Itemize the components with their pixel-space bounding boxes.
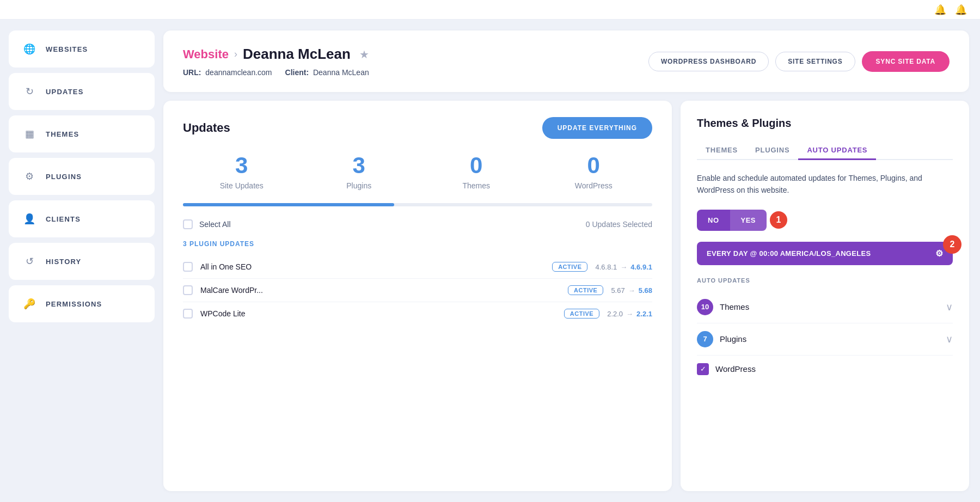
- bell-icon[interactable]: 🔔: [934, 4, 946, 16]
- auto-updates-section-label: AUTO UPDATES: [697, 277, 953, 284]
- history-icon: ↺: [22, 254, 37, 269]
- plugin-checkbox-1[interactable]: [183, 262, 193, 272]
- updates-icon: ↻: [22, 84, 37, 99]
- stat-site-updates: 3 Site Updates: [183, 154, 301, 190]
- tab-plugins[interactable]: PLUGINS: [746, 142, 798, 160]
- breadcrumb-arrow: ›: [234, 48, 237, 60]
- panels: Updates UPDATE EVERYTHING 3 Site Updates…: [163, 101, 969, 491]
- select-all-left: Select All: [183, 219, 231, 229]
- sidebar-label-updates: UPDATES: [46, 88, 84, 96]
- sidebar-item-updates[interactable]: ↻ UPDATES: [9, 73, 155, 110]
- stat-number-themes: 0: [418, 154, 535, 177]
- sidebar-item-clients[interactable]: 👤 CLIENTS: [9, 200, 155, 237]
- wordpress-label: WordPress: [715, 364, 756, 374]
- top-bar: 🔔 🔔: [0, 0, 980, 20]
- version-from-3: 2.2.0: [607, 310, 623, 318]
- header-left: Website › Deanna McLean ★ URL: deannamcl…: [183, 46, 369, 77]
- plugin-updates-section-label: 3 PLUGIN UPDATES: [183, 240, 652, 248]
- notification-icon[interactable]: 🔔: [955, 4, 967, 16]
- sync-site-data-button[interactable]: SYNC SITE DATA: [862, 51, 950, 72]
- version-to-1: 4.6.9.1: [630, 263, 652, 271]
- gear-icon[interactable]: ⚙: [935, 248, 943, 259]
- tab-themes[interactable]: THEMES: [697, 142, 746, 160]
- url-label: URL: deannamclean.com: [183, 68, 272, 77]
- toggle-yes-button[interactable]: YES: [730, 210, 767, 231]
- auto-item-themes-left: 10 Themes: [697, 299, 749, 315]
- client-value: Deanna McLean: [313, 68, 369, 77]
- updates-title: Updates: [183, 121, 230, 135]
- plugin-name-3: WPCode Lite: [200, 309, 556, 318]
- sidebar-label-history: HISTORY: [46, 258, 81, 266]
- stat-label-plugins: Plugins: [301, 181, 418, 190]
- sidebar-item-themes[interactable]: ▦ THEMES: [9, 115, 155, 152]
- stat-plugins: 3 Plugins: [301, 154, 418, 190]
- plugin-status-3: ACTIVE: [564, 309, 599, 319]
- select-all-text[interactable]: Select All: [199, 220, 231, 229]
- site-name: Deanna McLean: [243, 46, 351, 63]
- themes-count-badge: 10: [697, 299, 713, 315]
- arrow-right-icon-1: →: [620, 263, 627, 271]
- schedule-text: EVERY DAY @ 00:00 AMERICA/LOS_ANGELES: [707, 249, 871, 258]
- stat-label-wordpress: WordPress: [535, 181, 653, 190]
- plugin-checkbox-2[interactable]: [183, 285, 193, 295]
- plugin-checkbox-3[interactable]: [183, 309, 193, 319]
- plugins-count-badge: 7: [697, 331, 713, 347]
- url-value: deannamclean.com: [205, 68, 272, 77]
- auto-item-plugins: 7 Plugins ∨: [697, 323, 953, 356]
- top-bar-icons: 🔔 🔔: [934, 4, 967, 16]
- plugin-status-2: ACTIVE: [568, 285, 603, 295]
- updates-selected: 0 Updates Selected: [586, 220, 652, 229]
- auto-item-plugins-name: Plugins: [720, 334, 746, 344]
- wordpress-dashboard-button[interactable]: WORDPRESS DASHBOARD: [648, 52, 769, 71]
- sidebar-item-websites[interactable]: 🌐 WEBSITES: [9, 30, 155, 68]
- plugin-row: All in One SEO ACTIVE 4.6.8.1 → 4.6.9.1: [183, 255, 652, 279]
- toggle-row: NO YES 1: [697, 210, 953, 231]
- step-badge-2: 2: [943, 235, 961, 254]
- breadcrumb-website[interactable]: Website: [183, 47, 229, 62]
- plugin-version-3: 2.2.0 → 2.2.1: [607, 310, 652, 318]
- sidebar-label-plugins: PLUGINS: [46, 173, 82, 181]
- version-from-2: 5.67: [611, 286, 624, 295]
- progress-bar: [183, 203, 652, 206]
- clients-icon: 👤: [22, 211, 37, 226]
- header-meta: URL: deannamclean.com Client: Deanna McL…: [183, 68, 369, 77]
- permissions-icon: 🔑: [22, 296, 37, 311]
- step-badge-1: 1: [770, 211, 787, 229]
- stat-number-plugins: 3: [301, 154, 418, 177]
- main-content: Website › Deanna McLean ★ URL: deannamcl…: [163, 20, 980, 502]
- chevron-down-icon-themes[interactable]: ∨: [946, 301, 953, 313]
- wordpress-row: ✓ WordPress: [697, 356, 953, 383]
- sidebar-label-themes: THEMES: [46, 130, 79, 138]
- star-icon[interactable]: ★: [359, 48, 369, 61]
- sidebar-item-history[interactable]: ↺ HISTORY: [9, 243, 155, 280]
- themes-icon: ▦: [22, 126, 37, 142]
- main-layout: 🌐 WEBSITES ↻ UPDATES ▦ THEMES ⚙ PLUGINS …: [0, 20, 980, 502]
- update-everything-button[interactable]: UPDATE EVERYTHING: [542, 117, 652, 139]
- sidebar-item-plugins[interactable]: ⚙ PLUGINS: [9, 158, 155, 195]
- themes-panel: Themes & Plugins THEMES PLUGINS AUTO UPD…: [681, 101, 969, 491]
- stat-number-site: 3: [183, 154, 301, 177]
- auto-update-description: Enable and schedule automated updates fo…: [697, 172, 953, 197]
- sidebar-label-clients: CLIENTS: [46, 215, 81, 223]
- plugin-row: MalCare WordPr... ACTIVE 5.67 → 5.68: [183, 279, 652, 302]
- tab-auto-updates[interactable]: AUTO UPDATES: [798, 142, 876, 160]
- progress-bar-fill: [183, 203, 394, 206]
- stat-label-site: Site Updates: [183, 181, 301, 190]
- toggle-no-button[interactable]: NO: [697, 210, 730, 231]
- sidebar-item-permissions[interactable]: 🔑 PERMISSIONS: [9, 285, 155, 322]
- updates-header: Updates UPDATE EVERYTHING: [183, 117, 652, 139]
- globe-icon: 🌐: [22, 41, 37, 57]
- sidebar: 🌐 WEBSITES ↻ UPDATES ▦ THEMES ⚙ PLUGINS …: [0, 20, 163, 502]
- stat-themes: 0 Themes: [418, 154, 535, 190]
- wordpress-checkbox[interactable]: ✓: [697, 363, 709, 375]
- themes-panel-title: Themes & Plugins: [697, 117, 953, 130]
- schedule-row[interactable]: EVERY DAY @ 00:00 AMERICA/LOS_ANGELES ⚙ …: [697, 242, 953, 265]
- plugin-name-2: MalCare WordPr...: [200, 286, 560, 295]
- stats-row: 3 Site Updates 3 Plugins 0 Themes 0 Word…: [183, 154, 652, 190]
- plugin-status-1: ACTIVE: [552, 262, 587, 272]
- chevron-down-icon-plugins[interactable]: ∨: [946, 333, 953, 345]
- client-label: Client: Deanna McLean: [285, 68, 369, 77]
- site-settings-button[interactable]: SITE SETTINGS: [775, 52, 855, 71]
- select-all-checkbox[interactable]: [183, 219, 193, 229]
- arrow-right-icon-3: →: [626, 310, 633, 318]
